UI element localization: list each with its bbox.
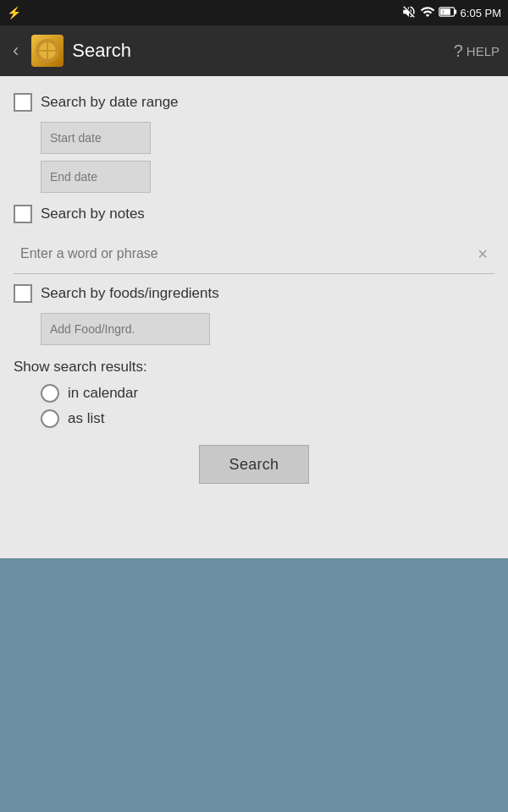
notes-input[interactable] bbox=[14, 233, 494, 274]
battery-icon: ! bbox=[439, 6, 457, 20]
show-results-label: Show search results: bbox=[14, 359, 494, 376]
help-label: HELP bbox=[467, 44, 500, 58]
status-bar-left: ⚡ bbox=[7, 6, 21, 19]
status-bar: ⚡ ! 6:05 PM bbox=[0, 0, 508, 25]
notes-checkbox[interactable] bbox=[14, 205, 32, 223]
radio-as-list[interactable] bbox=[41, 409, 59, 428]
radio-in-calendar-row: in calendar bbox=[41, 384, 494, 403]
notes-row: Search by notes bbox=[14, 205, 494, 223]
food-input-row bbox=[41, 313, 494, 345]
foods-row: Search by foods/ingredients bbox=[14, 284, 494, 303]
date-range-checkbox[interactable] bbox=[14, 93, 32, 112]
search-btn-row: Search bbox=[14, 445, 494, 484]
start-date-input[interactable] bbox=[41, 122, 151, 154]
food-input[interactable] bbox=[41, 313, 210, 345]
radio-as-list-row: as list bbox=[41, 409, 494, 428]
svg-text:!: ! bbox=[442, 9, 444, 15]
radio-in-calendar[interactable] bbox=[41, 384, 59, 403]
status-bar-right: ! 6:05 PM bbox=[401, 4, 501, 22]
main-content: Search by date range Search by notes × S… bbox=[0, 76, 508, 558]
app-bar: ‹ Search ? HELP bbox=[0, 25, 508, 76]
search-button[interactable]: Search bbox=[199, 445, 309, 484]
svg-rect-2 bbox=[454, 9, 456, 14]
date-inputs bbox=[41, 122, 494, 193]
radio-in-calendar-label: in calendar bbox=[68, 385, 138, 402]
mute-icon bbox=[401, 4, 417, 22]
help-button[interactable]: ? HELP bbox=[454, 41, 500, 61]
notes-label: Search by notes bbox=[41, 206, 145, 222]
app-icon bbox=[31, 35, 64, 67]
time-display: 6:05 PM bbox=[461, 7, 501, 19]
end-date-input[interactable] bbox=[41, 161, 151, 193]
date-range-row: Search by date range bbox=[14, 93, 494, 112]
usb-icon: ⚡ bbox=[7, 6, 21, 19]
back-button[interactable]: ‹ bbox=[8, 36, 23, 66]
radio-as-list-label: as list bbox=[68, 410, 104, 427]
page-title: Search bbox=[72, 40, 444, 62]
notes-input-row: × bbox=[14, 233, 494, 274]
signal-icon bbox=[420, 4, 435, 22]
foods-checkbox[interactable] bbox=[14, 284, 32, 303]
bottom-area bbox=[0, 558, 508, 812]
clear-icon[interactable]: × bbox=[478, 244, 488, 264]
date-range-label: Search by date range bbox=[41, 94, 179, 111]
foods-label: Search by foods/ingredients bbox=[41, 285, 219, 302]
help-icon: ? bbox=[454, 41, 463, 61]
